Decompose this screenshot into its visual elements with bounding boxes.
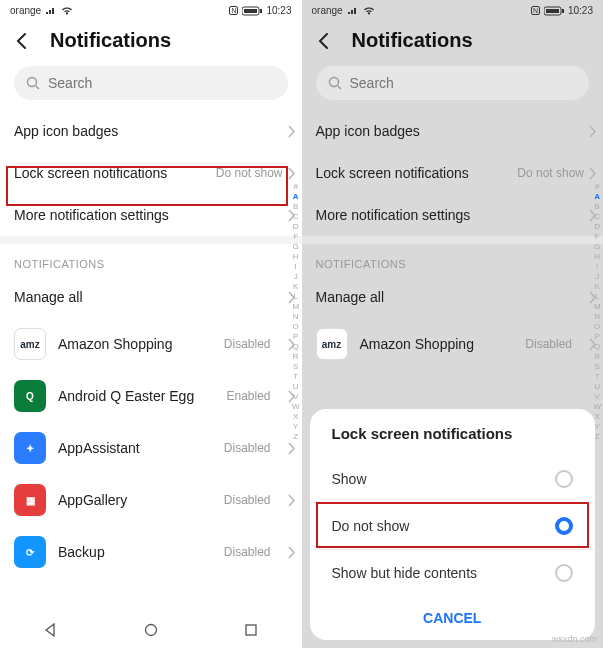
alpha-letter[interactable]: M	[292, 302, 299, 311]
alpha-letter[interactable]: C	[293, 212, 299, 221]
alpha-letter[interactable]: K	[293, 282, 298, 291]
alpha-letter[interactable]: X	[293, 412, 298, 421]
alpha-letter[interactable]: Y	[595, 422, 600, 431]
alpha-letter[interactable]: X	[595, 412, 600, 421]
app-status: Disabled	[224, 545, 271, 559]
sheet-option[interactable]: Show	[310, 456, 596, 502]
alpha-letter[interactable]: L	[293, 292, 297, 301]
row-label: App icon badges	[14, 123, 118, 139]
alpha-letter[interactable]: H	[293, 252, 299, 261]
alpha-letter[interactable]: S	[595, 362, 600, 371]
row-label: Manage all	[316, 289, 385, 305]
alpha-letter[interactable]: T	[595, 372, 600, 381]
nav-recent-icon[interactable]	[243, 622, 259, 638]
wifi-icon	[363, 6, 375, 15]
svg-rect-9	[562, 9, 564, 13]
alpha-letter[interactable]: Q	[293, 342, 299, 351]
row-app-icon-badges[interactable]: App icon badges	[0, 110, 302, 152]
alpha-letter[interactable]: O	[594, 322, 600, 331]
time-label: 10:23	[568, 5, 593, 16]
alpha-index[interactable]: #ABCDFGHIJKLMNOPQRSTUVWXYZ	[292, 182, 300, 441]
search-input[interactable]	[48, 75, 276, 91]
alpha-letter[interactable]: C	[594, 212, 600, 221]
section-notifications: NOTIFICATIONS	[302, 236, 604, 276]
alpha-letter[interactable]: W	[593, 402, 601, 411]
search-input[interactable]	[350, 75, 578, 91]
alpha-letter[interactable]: W	[292, 402, 300, 411]
app-name: Backup	[58, 544, 212, 560]
row-more-notification-settings[interactable]: More notification settings	[0, 194, 302, 236]
app-name: AppAssistant	[58, 440, 212, 456]
alpha-letter[interactable]: B	[293, 202, 298, 211]
alpha-letter[interactable]: P	[293, 332, 298, 341]
app-row[interactable]: amzAmazon ShoppingDisabled	[0, 318, 302, 370]
row-manage-all[interactable]: Manage all	[0, 276, 302, 318]
alpha-letter[interactable]: N	[293, 312, 299, 321]
app-row[interactable]: ⟳BackupDisabled	[0, 526, 302, 578]
alpha-letter[interactable]: U	[293, 382, 299, 391]
alpha-letter[interactable]: S	[293, 362, 298, 371]
alpha-letter[interactable]: T	[293, 372, 298, 381]
alpha-letter[interactable]: #	[293, 182, 297, 191]
alpha-letter[interactable]: B	[595, 202, 600, 211]
carrier-label: orange	[312, 5, 343, 16]
status-bar: orange N 10:23	[0, 0, 302, 19]
back-icon[interactable]	[314, 31, 334, 51]
row-app-icon-badges[interactable]: App icon badges	[302, 110, 604, 152]
alpha-letter[interactable]: N	[594, 312, 600, 321]
alpha-letter[interactable]: I	[596, 262, 598, 271]
radio-icon	[555, 517, 573, 535]
signal-icon	[45, 7, 57, 15]
row-lock-screen-notifications[interactable]: Lock screen notifications Do not show	[302, 152, 604, 194]
app-row[interactable]: ✦AppAssistantDisabled	[0, 422, 302, 474]
alpha-letter[interactable]: F	[595, 232, 600, 241]
alpha-letter[interactable]: D	[293, 222, 299, 231]
alpha-letter[interactable]: I	[295, 262, 297, 271]
sheet-option[interactable]: Show but hide contents	[310, 549, 596, 596]
alpha-letter[interactable]: V	[595, 392, 600, 401]
section-notifications: NOTIFICATIONS	[0, 236, 302, 276]
search-box[interactable]	[316, 66, 590, 100]
app-name: Amazon Shopping	[58, 336, 212, 352]
alpha-letter[interactable]: Y	[293, 422, 298, 431]
row-manage-all[interactable]: Manage all	[302, 276, 604, 318]
alpha-letter[interactable]: M	[594, 302, 601, 311]
alpha-letter[interactable]: G	[293, 242, 299, 251]
row-more-notification-settings[interactable]: More notification settings	[302, 194, 604, 236]
alpha-letter[interactable]: P	[595, 332, 600, 341]
app-name: Amazon Shopping	[360, 336, 514, 352]
alpha-letter[interactable]: R	[293, 352, 299, 361]
alpha-letter[interactable]: J	[595, 272, 599, 281]
sheet-option[interactable]: Do not show	[310, 502, 596, 549]
watermark: wsxdn.com	[552, 634, 597, 644]
alpha-letter[interactable]: F	[293, 232, 298, 241]
alpha-letter[interactable]: #	[595, 182, 599, 191]
alpha-letter[interactable]: O	[293, 322, 299, 331]
app-icon: Q	[14, 380, 46, 412]
alpha-index[interactable]: #ABCDFGHIJKLMNOPQRSTUVWXYZ	[593, 182, 601, 441]
alpha-letter[interactable]: H	[594, 252, 600, 261]
app-row[interactable]: amzAmazon ShoppingDisabled	[302, 318, 604, 370]
search-box[interactable]	[14, 66, 288, 100]
back-icon[interactable]	[12, 31, 32, 51]
nav-back-icon[interactable]	[42, 622, 58, 638]
alpha-letter[interactable]: Z	[595, 432, 600, 441]
alpha-letter[interactable]: J	[294, 272, 298, 281]
alpha-letter[interactable]: D	[594, 222, 600, 231]
app-icon: ⟳	[14, 536, 46, 568]
alpha-letter[interactable]: G	[594, 242, 600, 251]
alpha-letter[interactable]: K	[595, 282, 600, 291]
alpha-letter[interactable]: A	[293, 192, 299, 201]
sheet-cancel-button[interactable]: CANCEL	[310, 596, 596, 636]
alpha-letter[interactable]: L	[595, 292, 599, 301]
alpha-letter[interactable]: A	[594, 192, 600, 201]
nav-home-icon[interactable]	[143, 622, 159, 638]
app-row[interactable]: ▦AppGalleryDisabled	[0, 474, 302, 526]
app-row[interactable]: QAndroid Q Easter EggEnabled	[0, 370, 302, 422]
row-lock-screen-notifications[interactable]: Lock screen notifications Do not show	[0, 152, 302, 194]
alpha-letter[interactable]: R	[594, 352, 600, 361]
alpha-letter[interactable]: Z	[293, 432, 298, 441]
alpha-letter[interactable]: V	[293, 392, 298, 401]
alpha-letter[interactable]: U	[594, 382, 600, 391]
alpha-letter[interactable]: Q	[594, 342, 600, 351]
